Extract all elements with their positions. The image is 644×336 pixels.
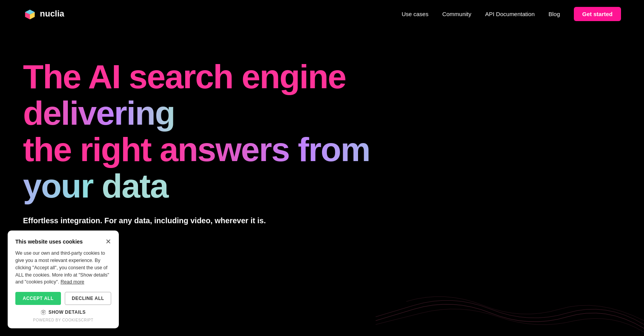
cookie-close-button[interactable]: ✕ bbox=[105, 238, 111, 245]
hero-title-part5: data bbox=[102, 167, 168, 205]
logo[interactable]: nuclia bbox=[23, 7, 64, 21]
cookie-banner-header: This website uses cookies ✕ bbox=[15, 238, 111, 245]
cookie-banner-title: This website uses cookies bbox=[15, 239, 83, 245]
gear-icon bbox=[41, 310, 46, 315]
show-details-row[interactable]: SHOW DETAILS bbox=[15, 310, 111, 315]
decline-all-button[interactable]: DECLINE ALL bbox=[65, 292, 111, 305]
accept-all-button[interactable]: ACCEPT ALL bbox=[15, 292, 61, 305]
logo-icon bbox=[23, 7, 37, 21]
nav-link-community[interactable]: Community bbox=[442, 11, 472, 17]
logo-text: nuclia bbox=[40, 9, 64, 19]
powered-by: POWERED BY COOKIESCRIPT bbox=[15, 318, 111, 322]
hero-title-part1: The AI search engine bbox=[23, 58, 346, 96]
nav-link-blog[interactable]: Blog bbox=[549, 11, 560, 17]
show-details-label: SHOW DETAILS bbox=[48, 310, 85, 315]
hero-title-part2: delivering bbox=[23, 94, 175, 132]
hero-subtitle: Effortless integration. For any data, in… bbox=[23, 216, 399, 225]
cookie-banner: This website uses cookies ✕ We use our o… bbox=[8, 231, 119, 328]
nav-links: Use cases Community API Documentation Bl… bbox=[402, 7, 621, 21]
navbar: nuclia Use cases Community API Documenta… bbox=[0, 0, 644, 28]
nav-get-started-button[interactable]: Get started bbox=[574, 7, 621, 21]
nav-link-api-documentation[interactable]: API Documentation bbox=[485, 11, 535, 17]
nav-link-use-cases[interactable]: Use cases bbox=[402, 11, 429, 17]
hero-title-part3: the right bbox=[23, 130, 159, 168]
cookie-banner-body: We use our own and third-party cookies t… bbox=[15, 250, 111, 286]
cookie-read-more-link[interactable]: Read more bbox=[61, 279, 84, 285]
cookie-buttons: ACCEPT ALL DECLINE ALL bbox=[15, 292, 111, 305]
hero-title: The AI search engine delivering the righ… bbox=[23, 58, 399, 204]
